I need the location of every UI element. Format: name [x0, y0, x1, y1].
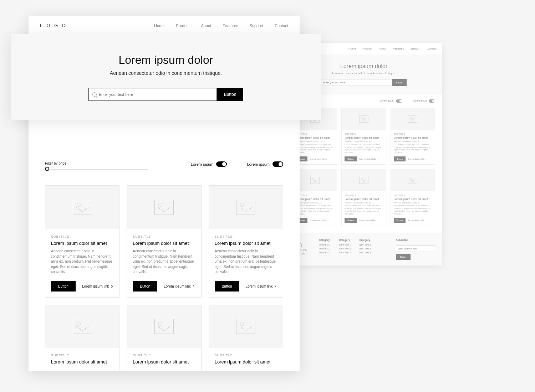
toggle-a[interactable]: [216, 161, 227, 167]
toggle-b[interactable]: [272, 161, 283, 167]
search-icon: [92, 92, 97, 97]
bg-subscribe-input[interactable]: [396, 246, 435, 252]
hero-title: Lorem ipsum dolor: [32, 53, 300, 67]
bg-card-button[interactable]: Button: [394, 218, 406, 223]
image-placeholder-icon: [310, 177, 320, 184]
card-link[interactable]: Lorem ipsum link: [246, 284, 276, 288]
bg-card-link[interactable]: Lorem ipsum link: [360, 158, 376, 160]
bg-nav-item[interactable]: Features: [393, 47, 404, 50]
bg-card-link[interactable]: Lorem ipsum link: [360, 219, 376, 221]
card-image: [45, 186, 119, 229]
product-card: SUBTITLE Lorem ipsum dolor sit amet: [127, 305, 201, 371]
bg-card-desc: Aenean consectetur odio in condimentum t…: [296, 140, 334, 154]
bg-card-subtitle: SUBTITLE: [296, 194, 334, 196]
bg-card-title: Lorem ipsum dolor sit amet: [394, 197, 432, 201]
card-description: Aenean consectetur odio in condimentum t…: [51, 249, 113, 275]
nav-item-product[interactable]: Product: [176, 24, 189, 28]
image-placeholder-icon: [236, 319, 255, 334]
bg-card-link[interactable]: Lorem ipsum link: [310, 158, 326, 160]
card-description: Aenean consectetur odio in condimentum t…: [215, 249, 277, 275]
nav-item-about[interactable]: About: [201, 24, 211, 28]
price-slider[interactable]: [45, 169, 148, 170]
bg-nav-item[interactable]: About: [379, 47, 386, 50]
image-placeholder-icon: [359, 177, 368, 184]
bg-toggle[interactable]: [429, 99, 435, 103]
card-link[interactable]: Lorem ipsum link: [82, 284, 112, 288]
toggle-a-label: Lorem ipsum: [191, 162, 214, 166]
bg-search-input[interactable]: [321, 79, 392, 86]
chevron-right-icon: [192, 285, 194, 287]
bg-nav-item[interactable]: Support: [410, 47, 420, 50]
bg-footer-link[interactable]: Item text 3: [359, 251, 371, 254]
product-card: SUBTITLE Lorem ipsum dolor sit amet: [209, 305, 283, 371]
bg-card-title: Lorem ipsum dolor sit amet: [345, 136, 383, 139]
bg-toggle[interactable]: [396, 99, 402, 103]
bg-card-desc: Aenean consectetur odio in condimentum t…: [345, 202, 383, 216]
search-box: [88, 88, 217, 101]
bg-footer-link[interactable]: Item text 1: [339, 243, 351, 246]
nav-item-home[interactable]: Home: [154, 24, 164, 28]
bg-card-desc: Aenean consectetur odio in condimentum t…: [345, 140, 383, 154]
bg-subscribe-button[interactable]: Button: [396, 254, 411, 260]
image-placeholder-icon: [236, 200, 255, 215]
card-title: Lorem ipsum dolor sit amet: [51, 241, 113, 246]
logo[interactable]: L O G O: [40, 23, 67, 28]
nav: Home Product About Features Support Cont…: [154, 24, 288, 28]
nav-item-contact[interactable]: Contact: [275, 24, 288, 28]
slider-handle[interactable]: [45, 167, 49, 171]
bg-card: SUBTITLELorem ipsum dolor sit ametAenean…: [341, 169, 386, 226]
card-button[interactable]: Button: [133, 281, 157, 292]
bg-footer-link[interactable]: Item text 2: [359, 247, 371, 250]
card-image: [209, 305, 283, 348]
card-subtitle: SUBTITLE: [133, 354, 195, 357]
bg-nav-item[interactable]: Contact: [427, 47, 437, 50]
bg-footer-link[interactable]: Item text 2: [339, 247, 351, 250]
hero-panel: Lorem ipsum dolor Aenean consectetur odi…: [11, 34, 321, 120]
product-card: SUBTITLE Lorem ipsum dolor sit amet: [45, 305, 119, 371]
bg-card-desc: Aenean consectetur odio in condimentum t…: [296, 202, 334, 216]
bg-footer-link[interactable]: Item text 1: [359, 243, 371, 246]
search-input[interactable]: [97, 89, 213, 100]
search-button[interactable]: Button: [217, 88, 244, 101]
bg-toggle-label: Lorem ipsum: [380, 99, 394, 102]
image-placeholder-icon: [73, 200, 92, 215]
product-card: SUBTITLE Lorem ipsum dolor sit amet Aene…: [209, 185, 283, 298]
bg-card-subtitle: SUBTITLE: [296, 133, 334, 135]
card-image: [127, 186, 201, 229]
bg-footer-link[interactable]: Item text 3: [319, 251, 331, 254]
bg-card-button[interactable]: Button: [345, 156, 356, 161]
card-link[interactable]: Lorem ipsum link: [164, 284, 194, 288]
bg-card: SUBTITLELorem ipsum dolor sit ametAenean…: [341, 108, 386, 165]
product-card: SUBTITLE Lorem ipsum dolor sit amet Aene…: [127, 185, 201, 298]
bg-footer-link[interactable]: Item text 1: [319, 243, 331, 246]
card-button[interactable]: Button: [215, 281, 239, 292]
price-filter: Filter by price: [45, 161, 148, 170]
image-placeholder-icon: [154, 319, 174, 334]
bg-card-title: Lorem ipsum dolor sit amet: [345, 197, 383, 201]
bg-card-button[interactable]: Button: [345, 218, 356, 223]
bg-card-link[interactable]: Lorem ipsum link: [408, 219, 424, 221]
bg-footer-link[interactable]: Item text 3: [339, 251, 351, 254]
card-title: Lorem ipsum dolor sit amet: [51, 359, 113, 365]
bg-nav-item[interactable]: Home: [348, 47, 356, 50]
bg-nav-item[interactable]: Product: [362, 47, 372, 50]
product-card: SUBTITLE Lorem ipsum dolor sit amet Aene…: [45, 185, 119, 298]
header: L O G O Home Product About Features Supp…: [29, 16, 300, 35]
bg-search-button[interactable]: Button: [392, 79, 407, 86]
card-image: [127, 305, 201, 348]
chevron-right-icon: [274, 285, 276, 287]
bg-card-link[interactable]: Lorem ipsum link: [408, 158, 424, 160]
card-title: Lorem ipsum dolor sit amet: [133, 241, 195, 246]
image-placeholder-icon: [359, 115, 368, 123]
hero-subtitle: Aenean consectetur odio in condimentum t…: [32, 70, 300, 76]
nav-item-features[interactable]: Features: [223, 24, 238, 28]
bg-footer-link[interactable]: Item text 2: [319, 247, 331, 250]
chevron-right-icon: [110, 285, 112, 287]
bg-card-title: Lorem ipsum dolor sit amet: [296, 197, 334, 201]
card-button[interactable]: Button: [51, 281, 76, 292]
card-description: Aenean consectetur odio in condimentum t…: [133, 249, 195, 275]
bg-footer-heading: Category: [319, 239, 331, 241]
bg-card-button[interactable]: Button: [394, 156, 406, 161]
nav-item-support[interactable]: Support: [250, 24, 264, 28]
bg-card-link[interactable]: Lorem ipsum link: [310, 219, 326, 221]
